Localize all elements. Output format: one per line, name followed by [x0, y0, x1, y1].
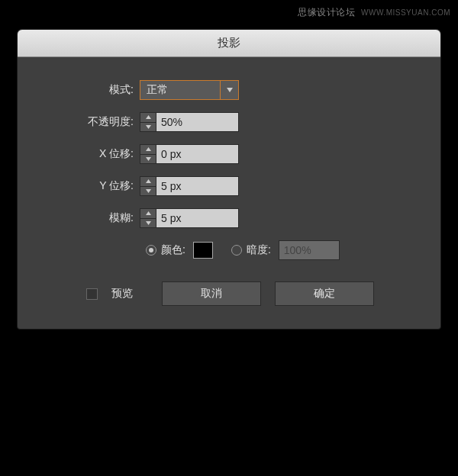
x-offset-step-down[interactable] — [140, 155, 156, 164]
color-radio-label: 颜色: — [161, 243, 185, 257]
watermark: 思缘设计论坛 WWW.MISSYUAN.COM — [298, 6, 450, 19]
x-offset-label: X 位移: — [48, 147, 140, 161]
dialog-body: 模式: 正常 不透明度: 50% X 位移: 0 px — [18, 57, 440, 329]
watermark-text1: 思缘设计论坛 — [298, 7, 355, 18]
chevron-up-icon — [146, 115, 151, 119]
darkness-input: 100% — [279, 240, 340, 260]
darkness-radio-label: 暗度: — [247, 243, 271, 257]
y-offset-input[interactable]: 5 px — [156, 176, 239, 196]
cancel-button[interactable]: 取消 — [162, 281, 261, 306]
watermark-text2: WWW.MISSYUAN.COM — [361, 8, 450, 17]
chevron-down-icon — [146, 189, 151, 193]
blur-step-up[interactable] — [140, 209, 156, 219]
y-offset-step-down[interactable] — [140, 187, 156, 196]
x-offset-stepper[interactable] — [140, 144, 156, 164]
blur-row: 模糊: 5 px — [48, 208, 410, 228]
opacity-input[interactable]: 50% — [156, 112, 239, 132]
color-row: 颜色: 暗度: 100% — [48, 240, 410, 260]
chevron-down-icon — [146, 221, 151, 225]
y-offset-label: Y 位移: — [48, 179, 140, 193]
chevron-up-icon — [146, 179, 151, 183]
button-row: 预览 取消 确定 — [48, 281, 410, 306]
opacity-label: 不透明度: — [48, 115, 140, 129]
mode-label: 模式: — [48, 83, 140, 97]
mode-value: 正常 — [140, 81, 220, 99]
x-offset-input[interactable]: 0 px — [156, 144, 239, 164]
y-offset-row: Y 位移: 5 px — [48, 176, 410, 196]
opacity-stepper[interactable] — [140, 112, 156, 132]
dialog-titlebar[interactable]: 投影 — [18, 30, 440, 57]
chevron-down-icon — [146, 125, 151, 129]
preview-label: 预览 — [111, 287, 133, 301]
opacity-step-up[interactable] — [140, 113, 156, 123]
blur-step-down[interactable] — [140, 219, 156, 228]
mode-select[interactable]: 正常 — [140, 80, 239, 100]
chevron-down-icon — [227, 88, 233, 92]
chevron-up-icon — [146, 211, 151, 215]
y-offset-step-up[interactable] — [140, 177, 156, 187]
opacity-row: 不透明度: 50% — [48, 112, 410, 132]
color-swatch[interactable] — [193, 242, 213, 259]
preview-checkbox[interactable] — [86, 288, 98, 300]
chevron-up-icon — [146, 147, 151, 151]
mode-row: 模式: 正常 — [48, 80, 410, 100]
opacity-step-down[interactable] — [140, 123, 156, 132]
mode-dropdown-button[interactable] — [220, 81, 238, 99]
blur-stepper[interactable] — [140, 208, 156, 228]
x-offset-row: X 位移: 0 px — [48, 144, 410, 164]
color-radio[interactable] — [146, 245, 156, 256]
blur-label: 模糊: — [48, 211, 140, 225]
dialog-title: 投影 — [218, 36, 240, 50]
darkness-radio[interactable] — [231, 245, 242, 256]
blur-input[interactable]: 5 px — [156, 208, 239, 228]
y-offset-stepper[interactable] — [140, 176, 156, 196]
x-offset-step-up[interactable] — [140, 145, 156, 155]
ok-button[interactable]: 确定 — [275, 281, 374, 306]
chevron-down-icon — [146, 157, 151, 161]
drop-shadow-dialog: 投影 模式: 正常 不透明度: 50% X 位移: — [17, 29, 441, 330]
